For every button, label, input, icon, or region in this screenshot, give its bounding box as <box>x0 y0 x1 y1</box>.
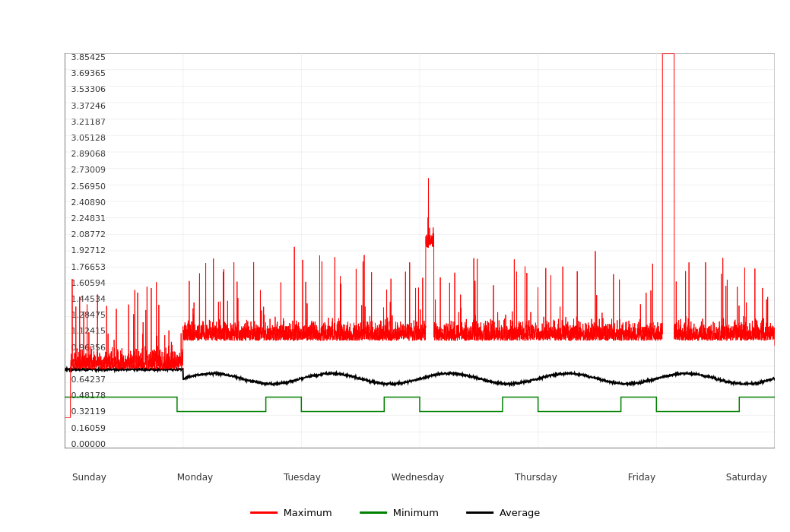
legend-label-average: Average <box>500 507 540 518</box>
legend: Maximum Minimum Average <box>250 507 541 518</box>
legend-item-average: Average <box>466 507 540 518</box>
legend-line-minimum <box>360 511 387 514</box>
x-tick: Monday <box>177 472 213 483</box>
x-tick: Thursday <box>515 472 557 483</box>
x-tick: Sunday <box>72 472 106 483</box>
chart-title <box>0 0 790 12</box>
legend-item-maximum: Maximum <box>250 507 332 518</box>
legend-item-minimum: Minimum <box>360 507 439 518</box>
x-tick: Wednesday <box>392 472 444 483</box>
legend-label-maximum: Maximum <box>284 507 332 518</box>
legend-line-maximum <box>250 511 278 514</box>
x-tick: Friday <box>628 472 655 483</box>
legend-label-minimum: Minimum <box>393 507 439 518</box>
chart-container: 3.854253.693653.533063.372463.211873.051… <box>0 0 790 532</box>
x-axis-ticks: SundayMondayTuesdayWednesdayThursdayFrid… <box>65 472 775 483</box>
chart-svg <box>65 53 775 448</box>
x-tick: Tuesday <box>284 472 321 483</box>
x-tick: Saturday <box>726 472 767 483</box>
legend-line-average <box>466 511 493 514</box>
